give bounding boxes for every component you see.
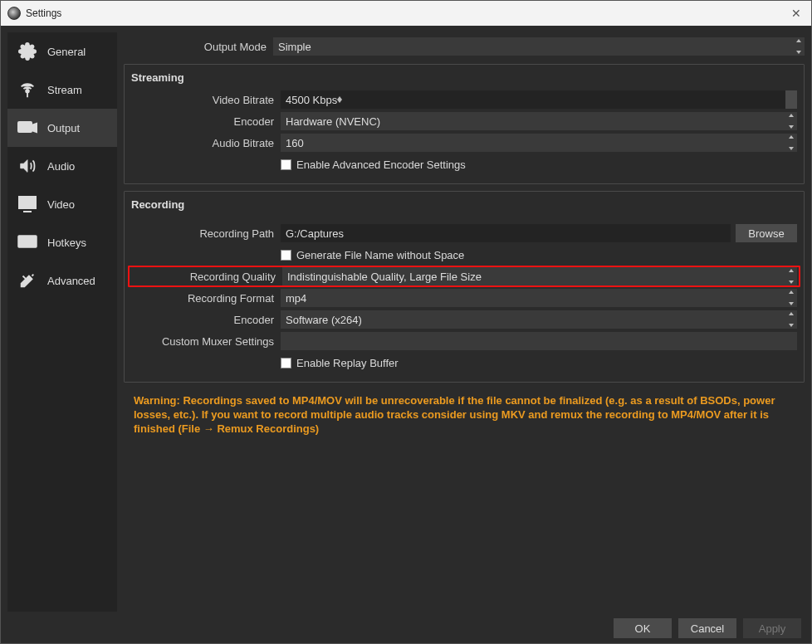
browse-button[interactable]: Browse (736, 224, 797, 242)
sidebar-item-audio[interactable]: Audio (7, 147, 117, 185)
svg-point-9 (21, 242, 22, 243)
sidebar-item-label: Video (47, 198, 75, 211)
svg-point-5 (21, 238, 22, 240)
recording-quality-row: Recording Quality Indistinguishable Qual… (128, 266, 800, 287)
svg-point-8 (31, 238, 32, 240)
recording-encoder-select[interactable]: Software (x264) (281, 310, 797, 329)
svg-point-6 (24, 238, 26, 240)
monitor-icon (16, 195, 39, 213)
sidebar-item-label: Hotkeys (47, 237, 86, 249)
chevron-updown-icon (787, 269, 795, 284)
sidebar-item-label: Advanced (47, 275, 95, 287)
custom-muxer-input[interactable] (281, 332, 797, 350)
output-icon (16, 120, 39, 136)
recording-path-value: G:/Captures (286, 227, 344, 240)
svg-rect-13 (23, 245, 32, 246)
video-bitrate-value: 4500 Kbps (286, 94, 337, 106)
chevron-updown-icon (795, 39, 803, 54)
generate-filename-no-space-checkbox[interactable] (281, 250, 291, 261)
audio-icon (16, 157, 39, 175)
output-mode-select[interactable]: Simple (273, 37, 805, 56)
sidebar-item-label: General (47, 46, 86, 58)
recording-quality-value: Indistinguishable Quality, Large File Si… (287, 271, 482, 283)
output-mode-value: Simple (278, 41, 311, 53)
gear-icon (16, 42, 39, 61)
close-icon[interactable]: ✕ (788, 7, 805, 20)
output-mode-label: Output Mode (124, 41, 273, 53)
streaming-encoder-select[interactable]: Hardware (NVENC) (281, 112, 797, 130)
apply-button[interactable]: Apply (743, 618, 801, 638)
streaming-group: Streaming Video Bitrate 4500 Kbps Encode… (124, 64, 805, 184)
streaming-encoder-value: Hardware (NVENC) (286, 115, 380, 128)
enable-advanced-encoder-label: Enable Advanced Encoder Settings (296, 159, 466, 171)
sidebar-item-label: Stream (47, 84, 82, 96)
recording-encoder-value: Software (x264) (286, 314, 362, 326)
recording-encoder-label: Encoder (131, 314, 281, 326)
settings-sidebar: General Stream Output Audio Video (7, 32, 117, 612)
streaming-title: Streaming (131, 70, 797, 89)
sidebar-item-video[interactable]: Video (7, 185, 117, 223)
obs-logo-icon (7, 7, 21, 20)
svg-point-12 (31, 242, 32, 243)
sidebar-item-general[interactable]: General (7, 32, 117, 71)
cancel-button[interactable]: Cancel (678, 618, 736, 638)
video-bitrate-input[interactable]: 4500 Kbps (281, 90, 797, 109)
chevron-updown-icon (787, 114, 795, 129)
audio-bitrate-select[interactable]: 160 (281, 134, 797, 152)
custom-muxer-label: Custom Muxer Settings (131, 335, 281, 348)
output-settings-panel: Output Mode Simple Streaming Video Bitra… (124, 32, 805, 612)
recording-path-input[interactable]: G:/Captures (281, 224, 731, 242)
sidebar-item-label: Output (47, 122, 80, 134)
video-bitrate-label: Video Bitrate (131, 94, 281, 106)
sidebar-item-stream[interactable]: Stream (7, 71, 117, 109)
window-title: Settings (26, 7, 61, 19)
mp4-warning-text: Warning: Recordings saved to MP4/MOV wil… (124, 389, 805, 437)
recording-title: Recording (131, 197, 797, 216)
recording-group: Recording Recording Path G:/Captures Bro… (124, 191, 805, 383)
audio-bitrate-label: Audio Bitrate (131, 137, 281, 149)
audio-bitrate-value: 160 (286, 137, 304, 149)
sidebar-item-output[interactable]: Output (7, 109, 117, 147)
streaming-encoder-label: Encoder (131, 115, 281, 128)
recording-format-select[interactable]: mp4 (281, 289, 797, 307)
chevron-updown-icon (787, 290, 795, 305)
broadcast-icon (16, 80, 39, 99)
chevron-updown-icon (337, 96, 342, 103)
keyboard-icon (16, 235, 39, 250)
generate-filename-no-space-label: Generate File Name without Space (296, 249, 464, 261)
enable-replay-buffer-checkbox[interactable] (281, 358, 291, 368)
enable-advanced-encoder-checkbox[interactable] (281, 159, 291, 170)
recording-quality-label: Recording Quality (131, 271, 282, 283)
recording-quality-select[interactable]: Indistinguishable Quality, Large File Si… (282, 267, 797, 285)
enable-replay-buffer-label: Enable Replay Buffer (296, 357, 399, 369)
chevron-updown-icon (787, 312, 795, 327)
svg-rect-3 (19, 197, 36, 208)
recording-format-label: Recording Format (131, 292, 281, 305)
title-bar: Settings ✕ (1, 1, 811, 26)
svg-point-7 (27, 238, 29, 240)
recording-format-value: mp4 (286, 292, 306, 305)
svg-point-10 (24, 242, 26, 243)
ok-button[interactable]: OK (614, 618, 672, 638)
tools-icon (16, 271, 39, 290)
svg-rect-2 (18, 122, 32, 132)
svg-point-11 (27, 242, 29, 243)
sidebar-item-hotkeys[interactable]: Hotkeys (7, 223, 117, 261)
svg-point-1 (26, 90, 29, 93)
chevron-updown-icon (787, 135, 795, 150)
recording-path-label: Recording Path (131, 227, 281, 240)
sidebar-item-label: Audio (47, 160, 75, 173)
sidebar-item-advanced[interactable]: Advanced (7, 261, 117, 300)
dialog-footer: OK Cancel Apply (1, 612, 811, 644)
